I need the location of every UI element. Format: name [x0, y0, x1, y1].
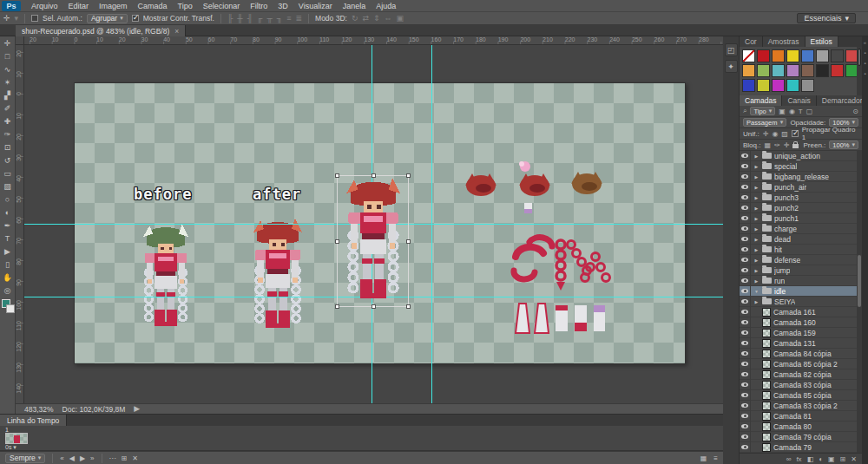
style-swatch[interactable] — [816, 49, 829, 62]
layer-thumbnail[interactable] — [762, 308, 771, 317]
visibility-eye-icon[interactable] — [740, 234, 751, 245]
frame-delay-selector[interactable]: 0s ▾ — [5, 444, 35, 451]
layer-row-camada-85-cópia[interactable]: ▶Camada 85 cópia — [740, 390, 862, 401]
new-group-icon[interactable]: ▣ — [828, 455, 835, 463]
horizontal-ruler[interactable]: 2010010203040506070809010011012013014015… — [24, 36, 723, 45]
visibility-eye-icon[interactable] — [740, 245, 751, 255]
dock-icon[interactable]: ▪ — [864, 71, 865, 76]
layer-row-camada-79[interactable]: ▶Camada 79 — [740, 442, 862, 453]
style-swatch[interactable] — [786, 79, 799, 92]
healing-brush-tool-icon[interactable]: ✚ — [1, 114, 15, 127]
shape-tool-icon[interactable]: ▯ — [1, 258, 15, 271]
layer-row-defense[interactable]: ▶defense — [740, 255, 862, 265]
menu-selecionar[interactable]: Selecionar — [198, 2, 246, 10]
layer-row-idle[interactable]: ▼idle — [740, 286, 862, 297]
layer-row-punch3[interactable]: ▶punch3 — [740, 193, 862, 203]
rectangular-marquee-tool-icon[interactable]: □ — [1, 49, 15, 62]
document-tab[interactable]: shun-Recuperado.psd @ 483% (idle, RGB/8)… — [16, 25, 186, 36]
3d-roll-icon[interactable]: ⇄ — [362, 14, 369, 23]
blend-mode-dropdown[interactable]: Passagem▾ — [743, 118, 786, 127]
visibility-eye-icon[interactable] — [740, 255, 751, 265]
disclosure-triangle-icon[interactable]: ▶ — [753, 226, 760, 232]
layer-row-camada-85-cópia-2[interactable]: ▶Camada 85 cópia 2 — [740, 359, 862, 369]
visibility-eye-icon[interactable] — [740, 161, 751, 172]
duplicate-frame-button[interactable]: ⊞ — [122, 454, 128, 462]
tween-button[interactable]: ⋯ — [109, 454, 116, 462]
play-button[interactable]: ▶ — [80, 454, 85, 462]
blur-tool-icon[interactable]: ○ — [1, 193, 15, 206]
distribute-vertical-icon[interactable]: ≣ — [296, 14, 303, 23]
visibility-eye-icon[interactable] — [740, 338, 751, 349]
fill-dropdown[interactable]: 100%▾ — [829, 141, 858, 149]
visibility-eye-icon[interactable] — [740, 193, 751, 203]
visibility-eye-icon[interactable] — [740, 203, 751, 213]
first-frame-button[interactable]: « — [60, 454, 63, 462]
adjustment-layer-icon[interactable]: ◐ — [819, 455, 823, 463]
visibility-eye-icon[interactable] — [740, 328, 751, 338]
style-swatch[interactable] — [801, 49, 814, 62]
layer-row-camada-159[interactable]: ▶Camada 159 — [740, 328, 862, 338]
style-swatch[interactable] — [757, 49, 770, 62]
visibility-eye-icon[interactable] — [740, 213, 751, 224]
layer-thumbnail[interactable] — [762, 350, 771, 358]
disclosure-triangle-icon[interactable]: ▶ — [753, 174, 760, 180]
tab-cor[interactable]: Cor — [740, 36, 763, 47]
filter-kind-dropdown[interactable]: Tipo▾ — [750, 107, 775, 115]
visibility-eye-icon[interactable] — [740, 182, 751, 193]
show-transform-checkbox[interactable] — [132, 15, 139, 22]
3d-pan-icon[interactable]: ⇕ — [373, 14, 380, 23]
visibility-eye-icon[interactable] — [740, 390, 751, 401]
style-swatch[interactable] — [801, 79, 814, 92]
propagate-frame-checkbox[interactable] — [792, 130, 799, 137]
layer-thumbnail[interactable] — [762, 318, 771, 327]
lock-transparency-icon[interactable]: ▦ — [764, 141, 771, 149]
menu-ajuda[interactable]: Ajuda — [371, 2, 401, 10]
layer-thumbnail[interactable] — [762, 329, 771, 337]
filter-type-layers-icon[interactable]: T — [799, 108, 803, 115]
menu-visualizar[interactable]: Visualizar — [293, 2, 338, 10]
layer-mask-icon[interactable]: ◧ — [807, 455, 814, 463]
canvas-viewport[interactable]: before after — [24, 45, 723, 403]
brush-tool-icon[interactable]: ✑ — [1, 127, 15, 141]
layer-thumbnail[interactable] — [762, 370, 771, 379]
transform-bounding-box[interactable] — [337, 175, 409, 307]
align-vertical-centers-icon[interactable]: ╥ — [266, 14, 272, 23]
auto-select-checkbox[interactable] — [31, 15, 38, 22]
dock-icon[interactable]: ▪ — [864, 61, 865, 66]
layer-styles-icon[interactable]: fx — [796, 455, 801, 463]
disclosure-triangle-icon[interactable]: ▶ — [753, 195, 760, 200]
layer-row-camada-160[interactable]: ▶Camada 160 — [740, 317, 862, 328]
filter-adjustment-layers-icon[interactable]: ◉ — [789, 108, 795, 115]
align-bottom-edges-icon[interactable]: ╖ — [277, 14, 282, 23]
layer-thumbnail[interactable] — [762, 391, 771, 400]
unify-visibility-icon[interactable]: ◉ — [772, 130, 778, 138]
layer-row-punch_air[interactable]: ▶punch_air — [740, 182, 862, 193]
layer-thumbnail[interactable] — [762, 433, 771, 441]
style-swatch[interactable] — [742, 64, 755, 77]
transform-handle[interactable] — [406, 239, 411, 244]
layer-row-seiya[interactable]: ▶SEIYA — [740, 297, 862, 307]
transform-handle[interactable] — [406, 173, 411, 178]
auto-select-dropdown[interactable]: Agrupar▾ — [87, 14, 128, 23]
layer-row-jump[interactable]: ▶jump — [740, 265, 862, 276]
current-tool-icon[interactable]: ✛ — [3, 14, 10, 23]
style-swatch[interactable] — [831, 49, 844, 62]
path-selection-tool-icon[interactable]: ▶ — [1, 245, 15, 258]
background-color-swatch[interactable] — [6, 304, 15, 313]
zoom-level[interactable]: 483,32% — [24, 405, 54, 414]
history-panel-icon[interactable]: ◰ — [725, 43, 738, 56]
loop-count-dropdown[interactable]: Sempre▾ — [5, 454, 45, 463]
visibility-eye-icon[interactable] — [740, 432, 751, 442]
style-swatch[interactable] — [772, 79, 785, 92]
hand-tool-icon[interactable]: ✋ — [1, 271, 15, 284]
transform-handle[interactable] — [335, 173, 339, 178]
layer-row-camada-83-cópia[interactable]: ▶Camada 83 cópia — [740, 380, 862, 390]
visibility-eye-icon[interactable] — [740, 224, 751, 234]
style-swatch[interactable] — [742, 79, 755, 92]
collapse-docks-icon[interactable]: « — [864, 40, 866, 45]
visibility-eye-icon[interactable] — [740, 411, 751, 422]
disclosure-triangle-icon[interactable]: ▶ — [753, 237, 760, 242]
menu-3d[interactable]: 3D — [273, 2, 293, 10]
layer-thumbnail[interactable] — [762, 381, 771, 389]
disclosure-triangle-icon[interactable]: ▶ — [753, 299, 760, 304]
